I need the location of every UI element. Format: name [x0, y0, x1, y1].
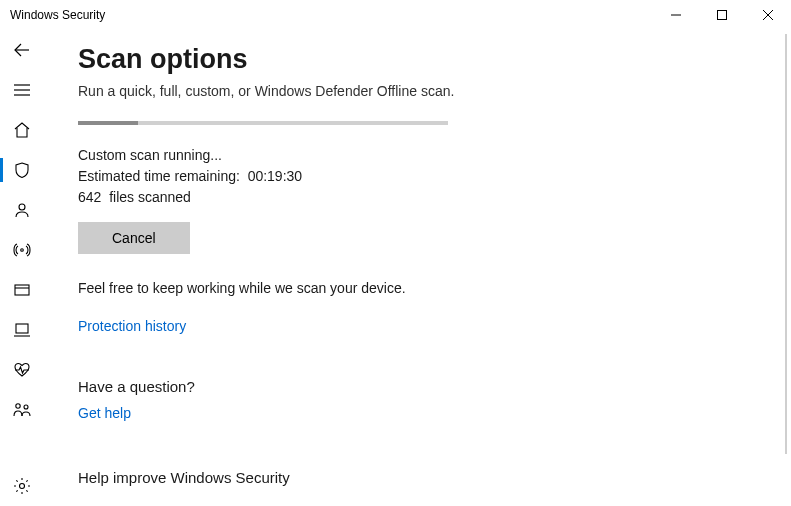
- minimize-button[interactable]: [653, 0, 699, 30]
- scrollbar[interactable]: [785, 34, 787, 454]
- help-heading: Have a question?: [78, 378, 771, 395]
- scan-progress-bar: [78, 121, 448, 125]
- sidebar-item-account[interactable]: [0, 190, 44, 230]
- scan-files-count: 642: [78, 189, 101, 205]
- sidebar-item-security[interactable]: [0, 150, 44, 190]
- scan-files-label: files scanned: [109, 189, 191, 205]
- scan-time-line: Estimated time remaining: 00:19:30: [78, 166, 771, 187]
- scan-status-label: Custom scan running...: [78, 145, 771, 166]
- close-button[interactable]: [745, 0, 791, 30]
- svg-rect-10: [15, 285, 29, 295]
- main-content: Scan options Run a quick, full, custom, …: [44, 30, 791, 506]
- scan-time-label: Estimated time remaining:: [78, 168, 240, 184]
- feedback-heading: Help improve Windows Security: [78, 469, 771, 486]
- title-bar: Windows Security: [0, 0, 791, 30]
- svg-point-9: [21, 249, 24, 252]
- sidebar-item-firewall[interactable]: [0, 230, 44, 270]
- sidebar: [0, 30, 44, 506]
- protection-history-link[interactable]: Protection history: [78, 318, 186, 334]
- sidebar-item-home[interactable]: [0, 110, 44, 150]
- sidebar-item-app-browser[interactable]: [0, 270, 44, 310]
- caption-buttons: [653, 0, 791, 30]
- svg-point-16: [20, 484, 25, 489]
- sidebar-item-device[interactable]: [0, 310, 44, 350]
- get-help-link[interactable]: Get help: [78, 405, 131, 421]
- svg-rect-12: [16, 324, 28, 333]
- scan-time-value: 00:19:30: [248, 168, 303, 184]
- window-title: Windows Security: [10, 8, 105, 22]
- svg-point-8: [19, 204, 25, 210]
- page-subtitle: Run a quick, full, custom, or Windows De…: [78, 83, 771, 99]
- svg-point-14: [16, 404, 20, 408]
- scan-note: Feel free to keep working while we scan …: [78, 280, 771, 296]
- menu-button[interactable]: [0, 70, 44, 110]
- cancel-button[interactable]: Cancel: [78, 222, 190, 254]
- sidebar-item-health[interactable]: [0, 350, 44, 390]
- sidebar-item-settings[interactable]: [0, 466, 44, 506]
- sidebar-item-family[interactable]: [0, 390, 44, 430]
- scan-files-line: 642 files scanned: [78, 187, 771, 208]
- scan-status: Custom scan running... Estimated time re…: [78, 145, 771, 208]
- page-title: Scan options: [78, 44, 771, 75]
- maximize-button[interactable]: [699, 0, 745, 30]
- back-button[interactable]: [0, 30, 44, 70]
- svg-point-15: [24, 405, 28, 409]
- svg-rect-1: [718, 11, 727, 20]
